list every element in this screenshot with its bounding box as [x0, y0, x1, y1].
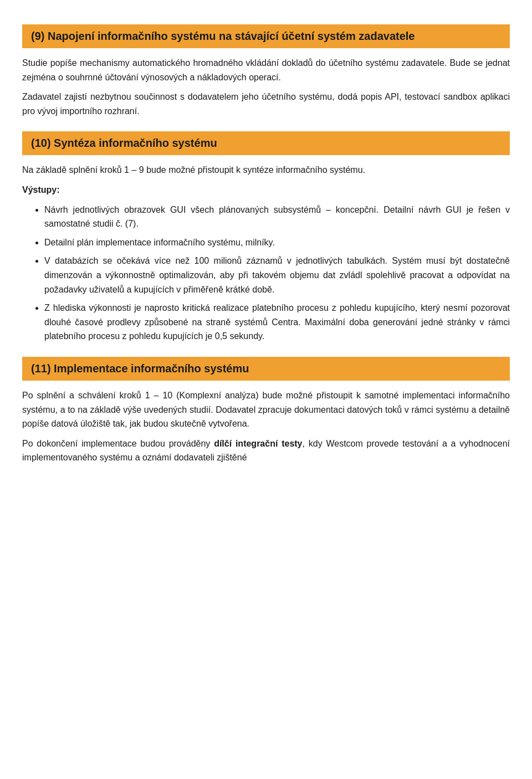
section-9: (9) Napojení informačního systému na stá… [22, 24, 510, 118]
section-11-header: (11) Implementace informačního systému [22, 357, 510, 381]
bullet-item-2: Detailní plán implementace informačního … [44, 235, 510, 250]
section-11-title: (11) Implementace informačního systému [31, 362, 501, 375]
bold-integracni-testy: dílčí integrační testy [214, 439, 302, 448]
bullet-item-1: Návrh jednotlivých obrazovek GUI všech p… [44, 203, 510, 231]
section-10: (10) Syntéza informačního systému Na zák… [22, 131, 510, 344]
section-9-para-2: Zadavatel zajistí nezbytnou součinnost s… [22, 90, 510, 118]
section-11-content: Po splnění a schválení kroků 1 – 10 (Kom… [22, 388, 510, 465]
section-9-header: (9) Napojení informačního systému na stá… [22, 24, 510, 48]
section-10-title: (10) Syntéza informačního systému [31, 137, 501, 150]
section-10-header: (10) Syntéza informačního systému [22, 131, 510, 155]
section-9-title: (9) Napojení informačního systému na stá… [31, 30, 501, 43]
section-10-bullets: Návrh jednotlivých obrazovek GUI všech p… [44, 203, 510, 344]
section-9-content: Studie popíše mechanismy automatického h… [22, 56, 510, 118]
section-10-outputs-label: Výstupy: [22, 183, 510, 197]
section-11: (11) Implementace informačního systému P… [22, 357, 510, 465]
outputs-label: Výstupy: [22, 185, 60, 194]
section-9-para-1: Studie popíše mechanismy automatického h… [22, 56, 510, 84]
section-11-para-2: Po dokončení implementace budou prováděn… [22, 437, 510, 465]
section-10-intro: Na základě splnění kroků 1 – 9 bude možn… [22, 163, 510, 177]
section-11-para-1: Po splnění a schválení kroků 1 – 10 (Kom… [22, 388, 510, 431]
bullet-item-4: Z hlediska výkonnosti je naprosto kritic… [44, 301, 510, 344]
bullet-item-3: V databázích se očekává více než 100 mil… [44, 254, 510, 296]
section-10-content: Na základě splnění kroků 1 – 9 bude možn… [22, 163, 510, 344]
